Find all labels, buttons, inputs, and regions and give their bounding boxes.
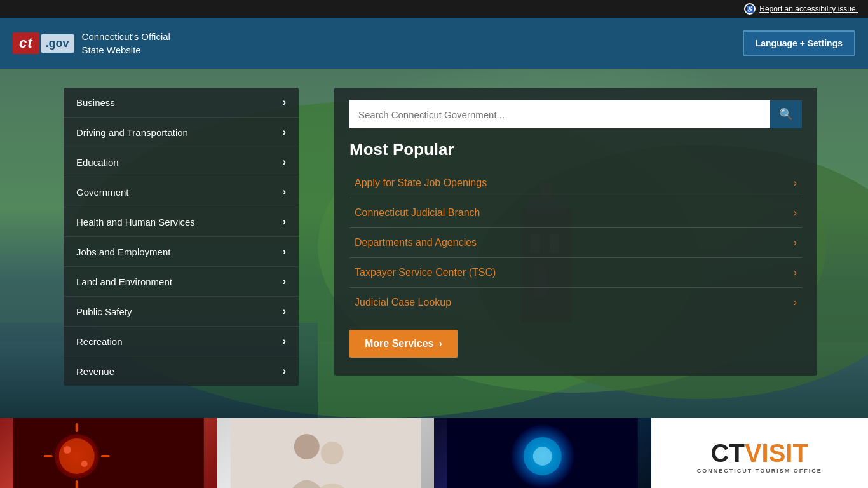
nav-item-land[interactable]: Land and Environment ›	[64, 267, 299, 297]
ctvisit-sub: CONNECTICUT TOURISM OFFICE	[697, 468, 822, 474]
language-settings-button[interactable]: Language + Settings	[743, 30, 855, 56]
site-name: Connecticut's Official State Website	[82, 30, 170, 57]
site-header: ct .gov Connecticut's Official State Web…	[0, 18, 868, 69]
accessibility-icon: ♿	[744, 3, 756, 15]
nav-label-safety: Public Safety	[76, 306, 132, 317]
logo-area: ct .gov Connecticut's Official State Web…	[13, 30, 170, 57]
nav-item-business[interactable]: Business ›	[64, 88, 299, 118]
popular-link-tsc: Taxpayer Service Center (TSC)	[355, 267, 496, 278]
popular-arrow-case: ›	[794, 297, 797, 308]
search-icon: 🔍	[779, 107, 793, 121]
nav-arrow-business: ›	[283, 97, 286, 108]
card-jobs-image	[217, 418, 435, 488]
popular-item-judicial[interactable]: Connecticut Judicial Branch ›	[349, 198, 802, 228]
nav-panel: Business › Driving and Transportation › …	[64, 88, 299, 386]
nav-item-recreation[interactable]: Recreation ›	[64, 327, 299, 356]
nav-arrow-safety: ›	[283, 306, 286, 317]
nav-label-government: Government	[76, 187, 129, 198]
card-jobs[interactable]	[217, 418, 435, 488]
hero-section: Business › Driving and Transportation › …	[0, 69, 868, 418]
svg-rect-11	[13, 418, 204, 488]
popular-item-case[interactable]: Judicial Case Lookup ›	[349, 288, 802, 317]
card-covid[interactable]	[0, 418, 217, 488]
popular-arrow-tsc: ›	[794, 267, 797, 278]
nav-arrow-education: ›	[283, 156, 286, 168]
nav-label-business: Business	[76, 97, 115, 108]
nav-arrow-land: ›	[283, 276, 286, 287]
more-services-button[interactable]: More Services ›	[349, 330, 458, 358]
nav-arrow-recreation: ›	[283, 336, 286, 347]
ctvisit-visit: VISIT	[745, 439, 808, 467]
more-services-chevron: ›	[439, 338, 442, 349]
search-popular-panel: 🔍 Most Popular Apply for State Job Openi…	[334, 88, 817, 376]
nav-label-land: Land and Environment	[76, 276, 172, 287]
logo-gov: .gov	[41, 34, 74, 53]
popular-link-judicial: Connecticut Judicial Branch	[355, 207, 480, 219]
nav-label-education: Education	[76, 157, 119, 168]
popular-arrow-dept: ›	[794, 237, 797, 248]
nav-label-revenue: Revenue	[76, 366, 114, 377]
popular-arrow-jobs: ›	[794, 177, 797, 189]
site-name-line2: State Website	[82, 43, 170, 57]
nav-arrow-revenue: ›	[283, 365, 286, 377]
popular-item-dept[interactable]: Departments and Agencies ›	[349, 228, 802, 258]
nav-item-education[interactable]: Education ›	[64, 147, 299, 177]
nav-item-jobs[interactable]: Jobs and Employment ›	[64, 237, 299, 267]
more-services-label: More Services	[365, 338, 434, 349]
nav-arrow-government: ›	[283, 186, 286, 198]
site-name-line1: Connecticut's Official	[82, 30, 170, 43]
popular-link-jobs: Apply for State Job Openings	[355, 177, 487, 189]
most-popular-heading: Most Popular	[349, 140, 802, 159]
svg-point-26	[533, 447, 552, 466]
nav-arrow-driving: ›	[283, 126, 286, 138]
nav-item-safety[interactable]: Public Safety ›	[64, 297, 299, 327]
popular-arrow-judicial: ›	[794, 207, 797, 219]
nav-item-revenue[interactable]: Revenue ›	[64, 356, 299, 386]
nav-item-health[interactable]: Health and Human Services ›	[64, 207, 299, 237]
nav-arrow-jobs: ›	[283, 246, 286, 257]
nav-item-government[interactable]: Government ›	[64, 177, 299, 207]
popular-link-case: Judicial Case Lookup	[355, 297, 451, 308]
nav-arrow-health: ›	[283, 216, 286, 227]
top-bar: ♿ Report an accessibility issue.	[0, 0, 868, 18]
search-button[interactable]: 🔍	[770, 100, 802, 128]
logo-ct: ct	[13, 32, 39, 54]
ctvisit-logo: CTVISIT CONNECTICUT TOURISM OFFICE	[697, 439, 822, 474]
svg-point-22	[320, 442, 343, 464]
card-covid-image	[0, 418, 217, 488]
card-science[interactable]	[434, 418, 651, 488]
svg-point-18	[64, 446, 71, 454]
card-ctvisit[interactable]: CTVISIT CONNECTICUT TOURISM OFFICE	[651, 418, 869, 488]
svg-point-21	[294, 434, 319, 459]
nav-label-driving: Driving and Transportation	[76, 127, 188, 138]
accessibility-link[interactable]: ♿ Report an accessibility issue.	[744, 3, 858, 15]
cards-section: CTVISIT CONNECTICUT TOURISM OFFICE	[0, 418, 868, 488]
nav-label-health: Health and Human Services	[76, 217, 195, 227]
svg-point-13	[59, 438, 95, 474]
popular-item-jobs[interactable]: Apply for State Job Openings ›	[349, 168, 802, 198]
popular-item-tsc[interactable]: Taxpayer Service Center (TSC) ›	[349, 258, 802, 288]
accessibility-text: Report an accessibility issue.	[759, 4, 858, 13]
card-science-image	[434, 418, 651, 488]
nav-label-jobs: Jobs and Employment	[76, 247, 170, 257]
ctvisit-brand: CTVISIT	[711, 439, 808, 468]
nav-label-recreation: Recreation	[76, 336, 123, 347]
ctvisit-ct: CT	[711, 439, 745, 467]
svg-point-19	[81, 461, 88, 467]
popular-link-dept: Departments and Agencies	[355, 237, 477, 248]
search-input[interactable]	[349, 100, 770, 128]
nav-item-driving[interactable]: Driving and Transportation ›	[64, 118, 299, 147]
search-bar: 🔍	[349, 100, 802, 128]
